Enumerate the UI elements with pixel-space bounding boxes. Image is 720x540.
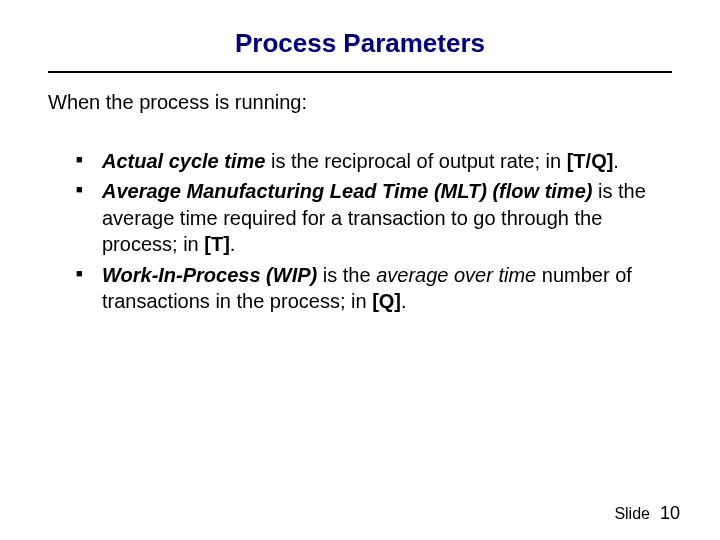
paren: (flow time)	[487, 180, 593, 202]
text: is the	[317, 264, 376, 286]
unit: [Q]	[372, 290, 401, 312]
text: .	[230, 233, 236, 255]
text: .	[613, 150, 619, 172]
footer: Slide10	[614, 503, 680, 524]
text: is the reciprocal of output rate; in	[265, 150, 566, 172]
unit: [T/Q]	[567, 150, 614, 172]
intro-text: When the process is running:	[48, 91, 672, 114]
term: Work-In-Process (WIP)	[102, 264, 317, 286]
unit: [T]	[204, 233, 230, 255]
term: Actual cycle time	[102, 150, 265, 172]
text: .	[401, 290, 407, 312]
list-item: Work-In-Process (WIP) is the average ove…	[76, 262, 672, 315]
bullet-list: Actual cycle time is the reciprocal of o…	[48, 148, 672, 314]
footer-label: Slide	[614, 505, 650, 522]
slide: Process Parameters When the process is r…	[0, 0, 720, 540]
slide-number: 10	[660, 503, 680, 523]
title-divider	[48, 71, 672, 73]
page-title: Process Parameters	[48, 28, 672, 59]
list-item: Average Manufacturing Lead Time (MLT) (f…	[76, 178, 672, 257]
term: Average Manufacturing Lead Time (MLT)	[102, 180, 487, 202]
list-item: Actual cycle time is the reciprocal of o…	[76, 148, 672, 174]
emphasis: average over time	[376, 264, 536, 286]
